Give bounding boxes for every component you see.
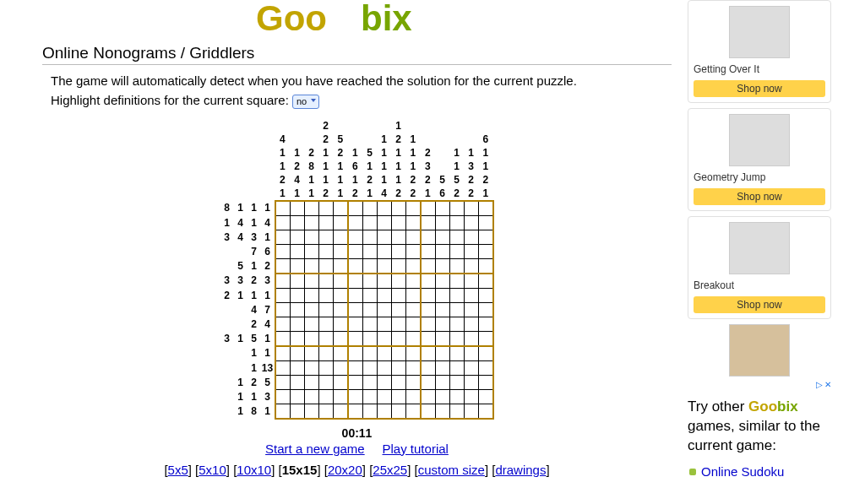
- grid-cell[interactable]: [421, 346, 436, 361]
- grid-cell[interactable]: [333, 230, 348, 244]
- grid-cell[interactable]: [290, 274, 304, 289]
- grid-cell[interactable]: [391, 317, 405, 331]
- grid-cell[interactable]: [391, 274, 405, 289]
- grid-cell[interactable]: [391, 389, 405, 404]
- grid-cell[interactable]: [290, 346, 304, 361]
- size-link[interactable]: 10x10: [237, 463, 271, 477]
- grid-cell[interactable]: [290, 331, 304, 346]
- grid-cell[interactable]: [275, 215, 291, 230]
- grid-cell[interactable]: [377, 346, 391, 361]
- grid-cell[interactable]: [275, 375, 291, 389]
- grid-cell[interactable]: [405, 201, 421, 216]
- grid-cell[interactable]: [435, 389, 449, 404]
- grid-cell[interactable]: [421, 317, 436, 331]
- grid-cell[interactable]: [362, 258, 377, 274]
- grid-cell[interactable]: [421, 302, 436, 317]
- grid-cell[interactable]: [464, 244, 478, 258]
- size-link[interactable]: custom size: [418, 463, 485, 477]
- grid-cell[interactable]: [348, 360, 363, 375]
- grid-cell[interactable]: [348, 288, 363, 302]
- grid-cell[interactable]: [304, 331, 318, 346]
- grid-cell[interactable]: [290, 258, 304, 274]
- grid-cell[interactable]: [478, 389, 493, 404]
- grid-cell[interactable]: [318, 317, 333, 331]
- size-link[interactable]: 25x25: [373, 463, 407, 477]
- grid-cell[interactable]: [449, 274, 464, 289]
- grid-cell[interactable]: [377, 331, 391, 346]
- grid-cell[interactable]: [449, 360, 464, 375]
- grid-cell[interactable]: [449, 230, 464, 244]
- grid-cell[interactable]: [275, 331, 291, 346]
- grid-cell[interactable]: [290, 302, 304, 317]
- grid-cell[interactable]: [362, 302, 377, 317]
- grid-cell[interactable]: [421, 288, 436, 302]
- grid-cell[interactable]: [333, 215, 348, 230]
- grid-cell[interactable]: [405, 389, 421, 404]
- grid-cell[interactable]: [449, 317, 464, 331]
- size-link[interactable]: drawings: [495, 463, 546, 477]
- grid-cell[interactable]: [377, 375, 391, 389]
- grid-cell[interactable]: [318, 258, 333, 274]
- grid-cell[interactable]: [391, 258, 405, 274]
- grid-cell[interactable]: [435, 215, 449, 230]
- grid-cell[interactable]: [318, 274, 333, 289]
- grid-cell[interactable]: [435, 375, 449, 389]
- grid-cell[interactable]: [478, 288, 493, 302]
- grid-cell[interactable]: [421, 389, 436, 404]
- grid-cell[interactable]: [348, 230, 363, 244]
- grid-cell[interactable]: [478, 201, 493, 216]
- grid-cell[interactable]: [435, 201, 449, 216]
- grid-cell[interactable]: [464, 258, 478, 274]
- grid-cell[interactable]: [478, 404, 493, 419]
- grid-cell[interactable]: [333, 360, 348, 375]
- highlight-select[interactable]: no: [292, 95, 319, 109]
- grid-cell[interactable]: [464, 360, 478, 375]
- grid-cell[interactable]: [348, 346, 363, 361]
- grid-cell[interactable]: [405, 288, 421, 302]
- grid-cell[interactable]: [449, 346, 464, 361]
- grid-cell[interactable]: [435, 346, 449, 361]
- grid-cell[interactable]: [377, 258, 391, 274]
- grid-cell[interactable]: [333, 375, 348, 389]
- grid-cell[interactable]: [435, 288, 449, 302]
- grid-cell[interactable]: [435, 360, 449, 375]
- grid-cell[interactable]: [391, 230, 405, 244]
- grid-cell[interactable]: [333, 288, 348, 302]
- grid-cell[interactable]: [449, 331, 464, 346]
- grid-cell[interactable]: [362, 360, 377, 375]
- grid-cell[interactable]: [478, 244, 493, 258]
- grid-cell[interactable]: [362, 288, 377, 302]
- grid-cell[interactable]: [377, 360, 391, 375]
- grid-cell[interactable]: [333, 244, 348, 258]
- grid-cell[interactable]: [275, 389, 291, 404]
- grid-cell[interactable]: [290, 375, 304, 389]
- grid-cell[interactable]: [478, 375, 493, 389]
- grid-cell[interactable]: [290, 389, 304, 404]
- grid-cell[interactable]: [405, 258, 421, 274]
- grid-cell[interactable]: [464, 375, 478, 389]
- grid-cell[interactable]: [304, 244, 318, 258]
- grid-cell[interactable]: [275, 274, 291, 289]
- grid-cell[interactable]: [304, 317, 318, 331]
- grid-cell[interactable]: [275, 317, 291, 331]
- shop-now-button[interactable]: Shop now: [694, 80, 825, 97]
- grid-cell[interactable]: [362, 404, 377, 419]
- grid-cell[interactable]: [275, 404, 291, 419]
- grid-cell[interactable]: [318, 244, 333, 258]
- grid-cell[interactable]: [435, 317, 449, 331]
- grid-cell[interactable]: [333, 317, 348, 331]
- grid-cell[interactable]: [464, 404, 478, 419]
- grid-cell[interactable]: [464, 389, 478, 404]
- grid-cell[interactable]: [333, 201, 348, 216]
- grid-cell[interactable]: [290, 360, 304, 375]
- grid-cell[interactable]: [405, 360, 421, 375]
- grid-cell[interactable]: [449, 201, 464, 216]
- grid-cell[interactable]: [449, 404, 464, 419]
- grid-cell[interactable]: [464, 302, 478, 317]
- grid-cell[interactable]: [275, 302, 291, 317]
- grid-cell[interactable]: [449, 244, 464, 258]
- grid-cell[interactable]: [478, 230, 493, 244]
- shop-now-button[interactable]: Shop now: [694, 188, 825, 205]
- shop-now-button[interactable]: Shop now: [694, 296, 825, 313]
- grid-cell[interactable]: [435, 331, 449, 346]
